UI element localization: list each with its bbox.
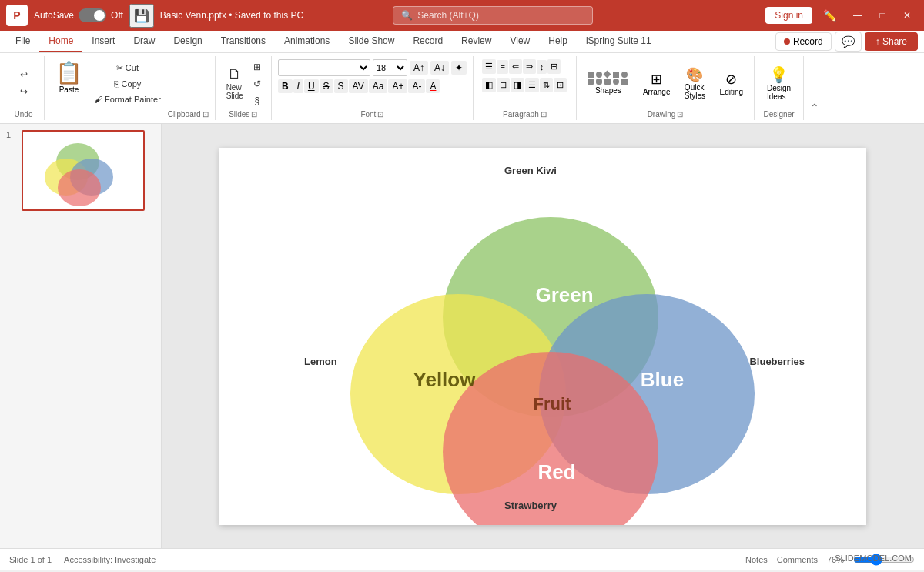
font-case-button[interactable]: Aa <box>369 79 388 93</box>
title-bar-right: Sign in ✏️ — □ ✕ <box>765 5 918 26</box>
slide-canvas[interactable]: Green Yellow Blue Red Fruit Green Kiwi L… <box>219 148 866 525</box>
undo-button[interactable]: ↩ <box>16 67 32 82</box>
shadow-button[interactable]: S <box>334 79 348 93</box>
clear-format-button[interactable]: ✦ <box>451 61 467 75</box>
designer-group-items: 💡 DesignIdeas <box>762 58 795 109</box>
slide-thumbnail-1[interactable]: 1 <box>6 130 155 211</box>
text-direction-button[interactable]: ⇅ <box>540 78 553 92</box>
tab-ispring[interactable]: iSpring Suite 11 <box>577 31 661 52</box>
char-spacing-button[interactable]: AV <box>349 79 368 93</box>
quick-styles-button[interactable]: 🎨 QuickStyles <box>679 63 710 103</box>
format-painter-button[interactable]: 🖌 Format Painter <box>90 92 165 106</box>
tab-design[interactable]: Design <box>164 31 211 52</box>
paragraph-group-label: Paragraph ⊡ <box>503 109 547 119</box>
save-button[interactable]: 💾 <box>129 4 154 28</box>
align-center-button[interactable]: ⊟ <box>497 78 510 92</box>
copy-button[interactable]: ⎘ Copy <box>90 77 165 91</box>
bold-button[interactable]: B <box>278 79 293 93</box>
record-button[interactable]: Record <box>775 32 832 51</box>
paste-button[interactable]: 📋 Paste <box>51 58 87 96</box>
signin-button[interactable]: Sign in <box>765 7 812 24</box>
tab-draw[interactable]: Draw <box>124 31 164 52</box>
drawing-group-items: Shapes ⊞ Arrange 🎨 QuickStyles ⊘ Editing <box>583 58 748 109</box>
app-logo: P <box>6 5 28 26</box>
ribbon-expand-button[interactable]: ⌃ <box>807 99 822 117</box>
numbering-button[interactable]: ≡ <box>497 60 507 74</box>
slide-canvas-area[interactable]: Green Yellow Blue Red Fruit Green Kiwi L… <box>162 124 924 548</box>
font-group: 18 A↑ A↓ ✦ B I U S S AV Aa A+ A- A <box>275 56 474 120</box>
comments-button[interactable]: Comments <box>777 555 818 564</box>
tab-record[interactable]: Record <box>403 31 452 52</box>
tab-view[interactable]: View <box>500 31 539 52</box>
drawing-expand-icon[interactable]: ⊡ <box>677 110 683 119</box>
align-right-button[interactable]: ◨ <box>511 78 524 92</box>
new-slide-button[interactable]: 🗋 NewSlide <box>222 63 248 104</box>
font-expand-icon[interactable]: ⊡ <box>377 110 383 119</box>
font-family-select[interactable] <box>278 59 370 76</box>
tab-transitions[interactable]: Transitions <box>212 31 275 52</box>
increase-a-button[interactable]: A+ <box>388 79 407 93</box>
venn-diagram: Green Yellow Blue Red Fruit Green Kiwi L… <box>219 148 866 525</box>
tab-animations[interactable]: Animations <box>275 31 339 52</box>
section-button[interactable]: § <box>249 93 265 109</box>
close-button[interactable]: ✕ <box>896 5 918 26</box>
toggle-knob <box>94 10 105 21</box>
slide-thumbnail[interactable] <box>22 130 145 211</box>
design-ideas-label: DesignIdeas <box>767 84 791 101</box>
para-row-2: ◧ ⊟ ◨ ☰ ⇅ ⊡ <box>482 78 567 92</box>
columns-button[interactable]: ⊟ <box>547 59 561 74</box>
layout-button[interactable]: ⊞ <box>249 59 265 75</box>
tab-file[interactable]: File <box>6 31 39 52</box>
decrease-a-button[interactable]: A- <box>408 79 425 93</box>
shapes-button[interactable]: Shapes <box>583 69 634 98</box>
notes-button[interactable]: Notes <box>745 555 768 564</box>
slides-expand-icon[interactable]: ⊡ <box>251 110 257 119</box>
minimize-button[interactable]: — <box>847 5 869 26</box>
file-name: Basic Venn.pptx • Saved to this PC <box>160 10 303 21</box>
decrease-indent-button[interactable]: ⇐ <box>509 59 522 74</box>
italic-button[interactable]: I <box>293 79 303 93</box>
design-ideas-button[interactable]: 💡 DesignIdeas <box>762 62 795 104</box>
paragraph-expand-icon[interactable]: ⊡ <box>541 110 547 119</box>
justify-button[interactable]: ☰ <box>525 78 539 92</box>
window-controls: — □ ✕ <box>847 5 918 26</box>
cut-button[interactable]: ✂ Cut <box>90 61 165 75</box>
tab-slideshow[interactable]: Slide Show <box>339 31 403 52</box>
design-ideas-icon: 💡 <box>769 65 788 84</box>
tab-review[interactable]: Review <box>452 31 500 52</box>
shapes-label: Shapes <box>595 86 621 95</box>
para-row-1: ☰ ≡ ⇐ ⇒ ↕ ⊟ <box>482 59 567 74</box>
tab-home[interactable]: Home <box>39 31 82 52</box>
align-left-button[interactable]: ◧ <box>482 78 496 92</box>
strikethrough-button[interactable]: S <box>320 79 333 93</box>
pen-icon-button[interactable]: ✏️ <box>819 6 841 25</box>
arrange-button[interactable]: ⊞ Arrange <box>638 68 675 99</box>
share-button[interactable]: ↑ Share <box>865 32 918 51</box>
bullets-button[interactable]: ☰ <box>482 59 496 74</box>
font-size-select[interactable]: 18 <box>373 59 407 76</box>
search-bar[interactable]: 🔍 <box>393 6 593 25</box>
underline-button[interactable]: U <box>304 79 319 93</box>
redo-button[interactable]: ↪ <box>16 84 32 99</box>
tab-help[interactable]: Help <box>539 31 577 52</box>
increase-font-button[interactable]: A↑ <box>410 61 428 75</box>
font-color-button[interactable]: A <box>426 79 440 93</box>
line-spacing-button[interactable]: ↕ <box>537 60 547 74</box>
tab-insert[interactable]: Insert <box>82 31 124 52</box>
decrease-font-button[interactable]: A↓ <box>430 61 449 75</box>
search-input[interactable] <box>417 10 571 21</box>
blue-text: Blue <box>641 368 684 391</box>
smart-art-button[interactable]: ⊡ <box>554 78 567 92</box>
autosave-toggle[interactable] <box>79 8 106 22</box>
reset-button[interactable]: ↺ <box>249 76 265 92</box>
increase-indent-button[interactable]: ⇒ <box>523 59 536 74</box>
autosave-area: AutoSave Off <box>34 8 123 22</box>
maximize-button[interactable]: □ <box>872 5 893 26</box>
clipboard-expand-icon[interactable]: ⊡ <box>203 110 209 119</box>
clipboard-label: Clipboard ⊡ <box>168 109 209 119</box>
editing-button[interactable]: ⊘ Editing <box>715 68 748 99</box>
ribbon-content-area: ↩ ↪ Undo 📋 Paste ✂ Cut ⎘ Copy 🖌 Format P… <box>0 53 924 124</box>
ribbon-right: Record 💬 ↑ Share <box>775 32 918 52</box>
comment-button[interactable]: 💬 <box>835 32 862 52</box>
designer-group: 💡 DesignIdeas Designer <box>758 56 804 120</box>
